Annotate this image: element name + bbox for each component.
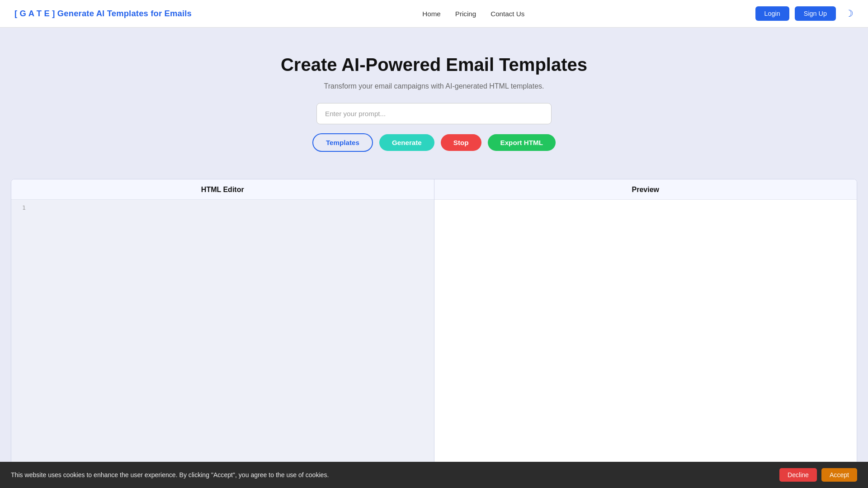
- nav-links: Home Pricing Contact Us: [422, 10, 524, 18]
- navbar-actions: Login Sign Up ☽: [755, 6, 854, 21]
- generate-button[interactable]: Generate: [379, 134, 434, 151]
- brand-name: [ G A T E ] Generate AI Templates for Em…: [14, 9, 192, 19]
- html-editor-pane: HTML Editor 1: [11, 179, 434, 488]
- login-button[interactable]: Login: [755, 6, 789, 21]
- editor-textarea[interactable]: [29, 203, 430, 484]
- export-html-button[interactable]: Export HTML: [488, 134, 556, 151]
- prompt-input[interactable]: [316, 103, 552, 124]
- accept-button[interactable]: Accept: [821, 468, 857, 482]
- hero-section: Create AI-Powered Email Templates Transf…: [0, 28, 868, 179]
- nav-home[interactable]: Home: [422, 10, 441, 18]
- theme-toggle-icon[interactable]: ☽: [845, 8, 854, 19]
- cookie-banner: This website uses cookies to enhance the…: [0, 462, 868, 488]
- hero-subtitle: Transform your email campaigns with AI-g…: [324, 82, 544, 90]
- line-numbers: 1: [15, 203, 26, 484]
- signup-button[interactable]: Sign Up: [795, 6, 836, 21]
- action-buttons: Templates Generate Stop Export HTML: [312, 133, 556, 152]
- html-editor-title: HTML Editor: [11, 179, 434, 200]
- templates-button[interactable]: Templates: [312, 133, 373, 152]
- cookie-text: This website uses cookies to enhance the…: [11, 471, 769, 479]
- nav-contact[interactable]: Contact Us: [491, 10, 524, 18]
- nav-pricing[interactable]: Pricing: [455, 10, 476, 18]
- cookie-buttons: Decline Accept: [779, 468, 857, 482]
- hero-title: Create AI-Powered Email Templates: [281, 55, 587, 75]
- preview-pane: Preview: [434, 179, 857, 488]
- editor-body: 1: [11, 200, 434, 488]
- stop-button[interactable]: Stop: [441, 134, 481, 151]
- navbar: [ G A T E ] Generate AI Templates for Em…: [0, 0, 868, 28]
- preview-title: Preview: [434, 179, 857, 200]
- preview-body: [434, 200, 857, 488]
- editor-section: HTML Editor 1 Preview: [11, 179, 857, 488]
- decline-button[interactable]: Decline: [779, 468, 817, 482]
